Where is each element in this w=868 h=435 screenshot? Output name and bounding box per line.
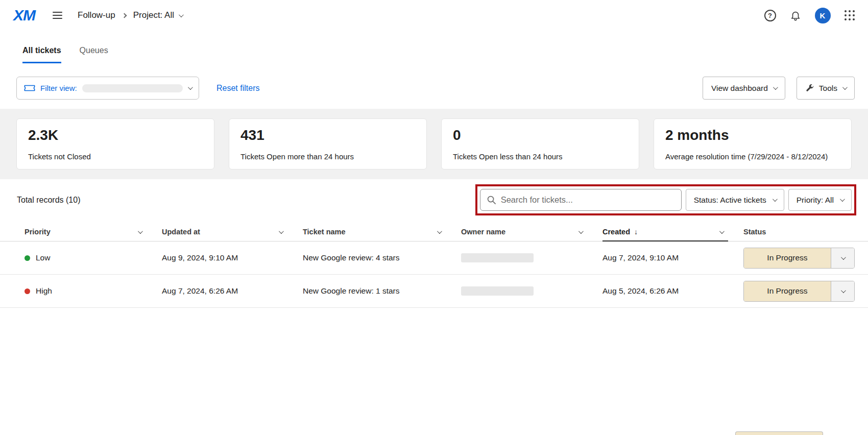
wrench-icon bbox=[805, 84, 814, 92]
owner-name-cell bbox=[461, 253, 602, 262]
stat-label: Tickets Open more than 24 hours bbox=[240, 152, 415, 161]
table-row[interactable]: Low Aug 9, 2024, 9:10 AM New Google revi… bbox=[0, 241, 868, 275]
priority-dot-low bbox=[25, 255, 30, 261]
records-toolbar: Total records (10) Status: Active ticket… bbox=[0, 184, 868, 215]
status-value[interactable]: In Progress bbox=[744, 281, 831, 301]
column-header-updated-at[interactable]: Updated at bbox=[162, 223, 303, 241]
status-value[interactable]: In Progress bbox=[744, 248, 831, 268]
status-cell: In Progress bbox=[743, 248, 855, 269]
chevron-down-icon bbox=[179, 12, 184, 17]
stat-label: Tickets not Closed bbox=[28, 152, 203, 161]
stat-value: 0 bbox=[453, 127, 628, 143]
search-input[interactable] bbox=[501, 195, 675, 205]
chevron-down-icon bbox=[841, 255, 846, 260]
owner-name-cell bbox=[461, 286, 602, 296]
priority-filter-label: Priority: All bbox=[797, 196, 834, 205]
chevron-down-icon bbox=[437, 229, 442, 234]
status-dropdown-button[interactable]: In Progress bbox=[743, 248, 855, 269]
chevron-down-icon bbox=[840, 197, 845, 202]
chevron-down-icon bbox=[138, 229, 143, 234]
ticket-name-cell[interactable]: New Google review: 4 stars bbox=[303, 253, 461, 262]
updated-at-cell: Aug 7, 2024, 6:26 AM bbox=[162, 286, 303, 296]
xm-logo: XM bbox=[13, 7, 35, 24]
sort-descending-icon: ↓ bbox=[634, 228, 638, 236]
status-filter-dropdown[interactable]: Status: Active tickets bbox=[686, 189, 784, 211]
tab-queues[interactable]: Queues bbox=[80, 46, 108, 63]
breadcrumb-project-selector[interactable]: Project: All bbox=[133, 10, 182, 20]
priority-dot-high bbox=[25, 288, 30, 294]
column-header-ticket-name[interactable]: Ticket name bbox=[303, 223, 461, 241]
reset-filters-link[interactable]: Reset filters bbox=[216, 84, 259, 93]
owner-name-blurred bbox=[461, 253, 534, 262]
ticket-icon bbox=[24, 84, 35, 92]
apps-grid-icon[interactable] bbox=[845, 10, 855, 21]
stat-card-avg-resolution-time: 2 months Average resolution time (7/29/2… bbox=[654, 118, 852, 170]
ticket-name-cell[interactable]: New Google review: 1 stars bbox=[303, 286, 461, 296]
status-caret-button[interactable] bbox=[831, 281, 854, 301]
chevron-down-icon bbox=[773, 85, 778, 90]
chevron-down-icon bbox=[279, 229, 284, 234]
notifications-bell-icon[interactable] bbox=[790, 10, 801, 21]
top-navigation-bar: XM Follow-up Project: All ? K bbox=[0, 0, 868, 31]
table-row[interactable]: High Aug 7, 2024, 6:26 AM New Google rev… bbox=[0, 275, 868, 308]
stat-card-tickets-not-closed: 2.3K Tickets not Closed bbox=[16, 118, 214, 170]
chevron-right-icon bbox=[122, 13, 127, 18]
created-cell: Aug 7, 2024, 9:10 AM bbox=[602, 253, 743, 262]
view-dashboard-button[interactable]: View dashboard bbox=[703, 77, 785, 100]
priority-filter-dropdown[interactable]: Priority: All bbox=[788, 189, 852, 211]
hamburger-menu-icon[interactable] bbox=[51, 8, 64, 23]
tools-button[interactable]: Tools bbox=[797, 77, 855, 100]
column-header-priority[interactable]: Priority bbox=[25, 223, 162, 241]
stat-label: Average resolution time (7/29/2024 - 8/1… bbox=[665, 152, 840, 161]
status-dropdown-button[interactable]: In Progress bbox=[743, 281, 855, 302]
partial-status-button[interactable] bbox=[735, 431, 823, 435]
ticket-tabs: All tickets Queues bbox=[0, 46, 868, 63]
table-header-row: Priority Updated at Ticket name Owner na… bbox=[0, 223, 868, 241]
filter-view-dropdown[interactable]: Filter view: bbox=[16, 77, 199, 100]
created-cell: Aug 5, 2024, 6:26 AM bbox=[602, 286, 743, 296]
filter-view-label: Filter view: bbox=[40, 84, 77, 92]
stat-value: 431 bbox=[240, 127, 415, 143]
chevron-down-icon bbox=[578, 229, 584, 234]
chevron-down-icon bbox=[841, 288, 846, 293]
stat-value: 2.3K bbox=[28, 127, 203, 143]
stats-band: 2.3K Tickets not Closed 431 Tickets Open… bbox=[0, 109, 868, 179]
chevron-down-icon bbox=[188, 85, 193, 90]
stat-label: Tickets Open less than 24 hours bbox=[453, 152, 628, 161]
column-header-status: Status bbox=[743, 223, 855, 241]
chevron-down-icon bbox=[773, 197, 778, 202]
priority-cell: High bbox=[25, 286, 162, 296]
chevron-down-icon bbox=[842, 85, 848, 90]
total-records-label: Total records (10) bbox=[17, 196, 81, 205]
breadcrumb-project-label: Project: All bbox=[133, 10, 174, 20]
stat-value: 2 months bbox=[665, 127, 840, 143]
filter-toolbar: Filter view: Reset filters View dashboar… bbox=[0, 77, 868, 100]
help-icon[interactable]: ? bbox=[764, 10, 776, 21]
chevron-down-icon bbox=[719, 229, 725, 234]
owner-name-blurred bbox=[461, 286, 534, 296]
updated-at-cell: Aug 9, 2024, 9:10 AM bbox=[162, 253, 303, 262]
status-cell: In Progress bbox=[743, 281, 855, 302]
breadcrumb-followup[interactable]: Follow-up bbox=[78, 10, 115, 20]
tickets-table: Priority Updated at Ticket name Owner na… bbox=[0, 223, 868, 308]
filter-view-blurred-value bbox=[82, 84, 183, 92]
search-icon bbox=[487, 195, 496, 205]
tab-all-tickets[interactable]: All tickets bbox=[22, 46, 61, 63]
view-dashboard-label: View dashboard bbox=[711, 84, 768, 93]
user-avatar[interactable]: K bbox=[815, 8, 831, 23]
priority-cell: Low bbox=[25, 253, 162, 262]
stat-card-open-less-24h: 0 Tickets Open less than 24 hours bbox=[441, 118, 639, 170]
status-caret-button[interactable] bbox=[831, 248, 854, 268]
tools-label: Tools bbox=[819, 84, 837, 93]
status-filter-label: Status: Active tickets bbox=[694, 196, 766, 205]
red-annotation-highlight: Status: Active tickets Priority: All bbox=[475, 184, 856, 215]
column-header-created[interactable]: Created ↓ bbox=[602, 223, 743, 241]
ticket-search-box bbox=[480, 189, 682, 211]
column-header-owner-name[interactable]: Owner name bbox=[461, 223, 602, 241]
stat-card-open-more-24h: 431 Tickets Open more than 24 hours bbox=[229, 118, 427, 170]
breadcrumb: Follow-up Project: All bbox=[78, 10, 182, 20]
